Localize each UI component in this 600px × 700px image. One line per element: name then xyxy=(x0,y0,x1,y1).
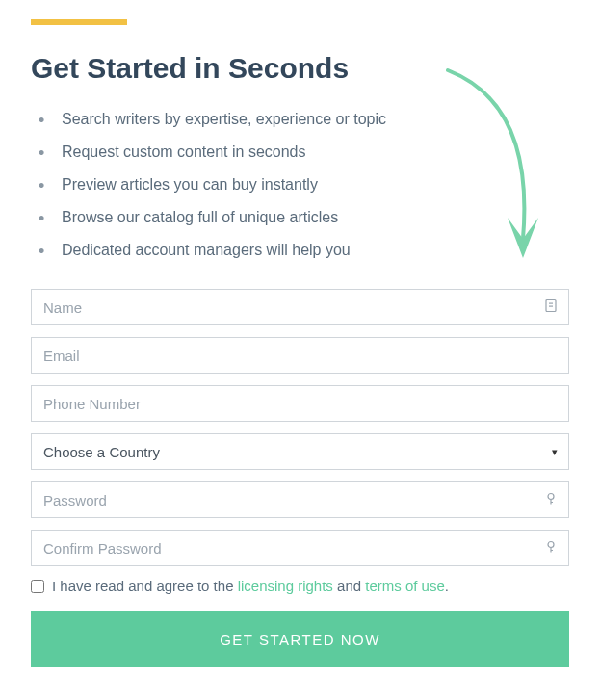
feature-list: Search writers by expertise, experience … xyxy=(31,108,569,262)
agreement-suffix: . xyxy=(445,578,449,594)
licensing-rights-link[interactable]: licensing rights xyxy=(238,578,333,594)
feature-item: Preview articles you can buy instantly xyxy=(54,173,569,196)
confirm-password-field[interactable] xyxy=(31,530,569,566)
accent-bar xyxy=(31,19,127,25)
country-select[interactable]: Choose a Country xyxy=(31,433,569,470)
page-title: Get Started in Seconds xyxy=(31,52,569,85)
agreement-prefix: I have read and agree to the xyxy=(52,578,238,594)
get-started-button[interactable]: GET STARTED NOW xyxy=(31,611,569,667)
feature-item: Dedicated account managers will help you xyxy=(54,239,569,262)
password-field[interactable] xyxy=(31,481,569,518)
terms-of-use-link[interactable]: terms of use xyxy=(365,578,445,594)
feature-item: Search writers by expertise, experience … xyxy=(54,108,569,131)
feature-item: Browse our catalog full of unique articl… xyxy=(54,206,569,229)
agreement-mid: and xyxy=(333,578,365,594)
phone-field[interactable] xyxy=(31,385,569,422)
agreement-checkbox[interactable] xyxy=(31,580,44,593)
agreement-label: I have read and agree to the licensing r… xyxy=(52,578,449,594)
name-field[interactable] xyxy=(31,289,569,325)
feature-item: Request custom content in seconds xyxy=(54,141,569,164)
email-field[interactable] xyxy=(31,337,569,374)
